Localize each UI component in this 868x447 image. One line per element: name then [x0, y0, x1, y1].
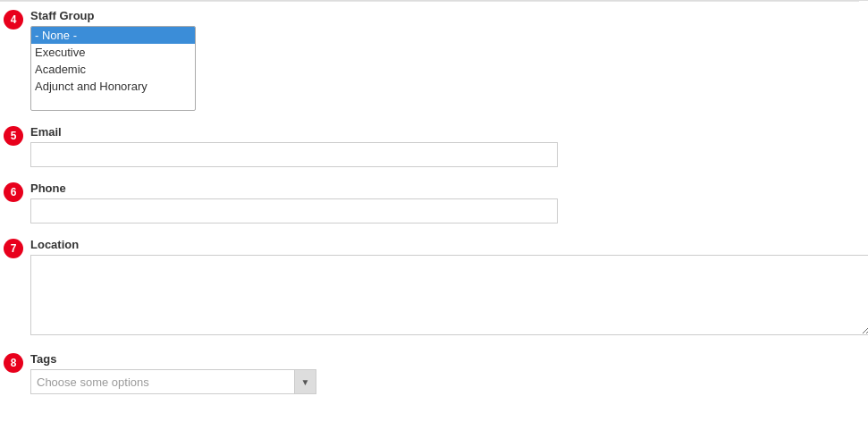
email-section: Email — [30, 125, 859, 167]
step6-badge: 6 — [4, 182, 23, 202]
tags-chosen-dropdown-button[interactable] — [294, 370, 316, 393]
location-textarea[interactable] — [30, 255, 868, 335]
email-label: Email — [30, 125, 859, 139]
listbox-option-executive[interactable]: Executive — [31, 44, 195, 61]
email-row: 5 Email — [0, 118, 859, 174]
step7-badge: 7 — [4, 239, 23, 258]
listbox-option-none[interactable]: - None - — [31, 27, 195, 44]
listbox-option-academic[interactable]: Academic — [31, 61, 195, 78]
step4-badge: 4 — [4, 10, 23, 30]
phone-row: 6 Phone — [0, 174, 859, 231]
phone-section: Phone — [30, 181, 859, 224]
listbox-option-adjunct[interactable]: Adjunct and Honorary — [31, 78, 195, 95]
tags-row: 8 Tags Choose some options — [0, 345, 859, 401]
form-container: 4 Staff Group - None - Executive Academi… — [0, 0, 868, 419]
tags-chosen-widget[interactable]: Choose some options — [30, 369, 316, 394]
email-input[interactable] — [30, 142, 558, 167]
staff-group-listbox[interactable]: - None - Executive Academic Adjunct and … — [30, 26, 196, 111]
tags-chosen-placeholder[interactable]: Choose some options — [31, 372, 294, 392]
staff-group-listbox-container: - None - Executive Academic Adjunct and … — [30, 26, 196, 111]
step8-badge: 8 — [4, 353, 23, 373]
phone-input[interactable] — [30, 198, 558, 224]
step5-badge: 5 — [4, 126, 23, 146]
staff-group-section: Staff Group - None - Executive Academic … — [30, 9, 859, 111]
location-section: Location — [30, 238, 868, 338]
location-label: Location — [30, 238, 868, 251]
location-row: 7 Location — [0, 231, 859, 345]
tags-label: Tags — [30, 352, 859, 366]
staff-group-label: Staff Group — [30, 9, 859, 22]
tags-section: Tags Choose some options — [30, 352, 859, 394]
staff-group-row: 4 Staff Group - None - Executive Academi… — [0, 2, 859, 118]
phone-label: Phone — [30, 181, 859, 195]
